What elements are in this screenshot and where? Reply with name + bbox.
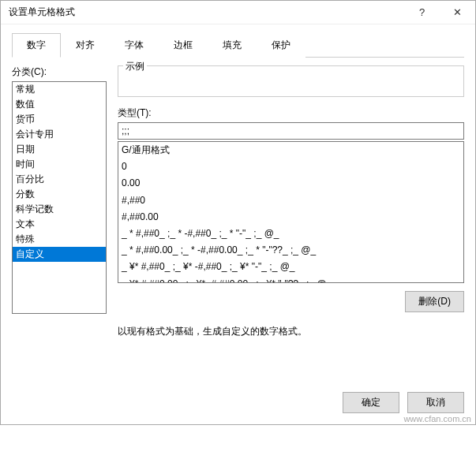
category-listbox[interactable]: 常规数值货币会计专用日期时间百分比分数科学记数文本特殊自定义 — [12, 81, 107, 314]
tab-label: 填充 — [223, 39, 242, 50]
type-listbox[interactable]: G/通用格式00.00#,##0#,##0.00_ * #,##0_ ;_ * … — [118, 141, 464, 283]
type-item[interactable]: _ * #,##0_ ;_ * -#,##0_ ;_ * "-"_ ;_ @_ — [118, 226, 463, 242]
dialog-window: 设置单元格格式 ? ✕ 数字 对齐 字体 边框 填充 保护 分类(C): 常规数… — [0, 0, 476, 425]
tab-strip: 数字 对齐 字体 边框 填充 保护 — [12, 32, 464, 58]
tab-label: 保护 — [272, 39, 290, 50]
button-label: 删除(D) — [418, 296, 451, 307]
delete-row: 删除(D) — [118, 291, 464, 312]
type-item[interactable]: #,##0.00 — [118, 209, 463, 226]
category-item[interactable]: 文本 — [13, 217, 106, 232]
dialog-footer: 确定 取消 — [12, 392, 464, 413]
help-button[interactable]: ? — [404, 1, 440, 24]
type-input[interactable] — [118, 122, 464, 140]
type-item[interactable]: G/通用格式 — [118, 142, 463, 159]
sample-label: 示例 — [123, 60, 147, 73]
tab-protection[interactable]: 保护 — [257, 33, 305, 58]
category-item[interactable]: 会计专用 — [13, 127, 106, 142]
tab-number[interactable]: 数字 — [12, 33, 61, 58]
type-item[interactable]: _ ¥* #,##0.00_ ;_ ¥* -#,##0.00_ ;_ ¥* "-… — [118, 276, 463, 284]
help-text: 以现有格式为基础，生成自定义的数字格式。 — [118, 325, 464, 338]
tab-label: 数字 — [27, 39, 46, 50]
category-item[interactable]: 日期 — [13, 142, 106, 157]
window-title: 设置单元格格式 — [9, 6, 75, 19]
type-item[interactable]: 0 — [118, 159, 463, 175]
cancel-button[interactable]: 取消 — [407, 392, 464, 413]
tab-font[interactable]: 字体 — [110, 33, 159, 58]
category-item[interactable]: 自定义 — [13, 247, 106, 262]
category-item[interactable]: 科学记数 — [13, 202, 106, 217]
type-item[interactable]: #,##0 — [118, 192, 463, 209]
type-label: 类型(T): — [118, 106, 464, 120]
tab-fill[interactable]: 填充 — [208, 33, 257, 58]
type-item[interactable]: 0.00 — [118, 175, 463, 192]
sample-box: 示例 — [118, 65, 464, 97]
category-item[interactable]: 时间 — [13, 157, 106, 172]
delete-button[interactable]: 删除(D) — [405, 291, 464, 312]
category-item[interactable]: 特殊 — [13, 232, 106, 247]
tab-label: 对齐 — [76, 39, 95, 50]
category-item[interactable]: 数值 — [13, 97, 106, 112]
type-item[interactable]: _ * #,##0.00_ ;_ * -#,##0.00_ ;_ * "-"??… — [118, 242, 463, 259]
category-item[interactable]: 货币 — [13, 112, 106, 127]
window-buttons: ? ✕ — [404, 1, 475, 24]
dialog-content: 数字 对齐 字体 边框 填充 保护 分类(C): 常规数值货币会计专用日期时间百… — [1, 24, 475, 424]
category-item[interactable]: 分数 — [13, 187, 106, 202]
category-item[interactable]: 常规 — [13, 82, 106, 97]
titlebar: 设置单元格格式 ? ✕ — [1, 1, 475, 24]
tab-border[interactable]: 边框 — [159, 33, 208, 58]
type-item[interactable]: _ ¥* #,##0_ ;_ ¥* -#,##0_ ;_ ¥* "-"_ ;_ … — [118, 259, 463, 275]
detail-column: 示例 类型(T): G/通用格式00.00#,##0#,##0.00_ * #,… — [118, 65, 464, 370]
close-button[interactable]: ✕ — [440, 1, 475, 24]
tab-alignment[interactable]: 对齐 — [61, 33, 110, 58]
tab-label: 字体 — [125, 39, 144, 50]
tab-label: 边框 — [174, 39, 193, 50]
category-item[interactable]: 百分比 — [13, 172, 106, 187]
ok-button[interactable]: 确定 — [343, 392, 399, 413]
main-area: 分类(C): 常规数值货币会计专用日期时间百分比分数科学记数文本特殊自定义 示例… — [12, 65, 464, 370]
button-label: 取消 — [426, 397, 445, 408]
category-column: 分类(C): 常规数值货币会计专用日期时间百分比分数科学记数文本特殊自定义 — [12, 65, 107, 370]
category-label: 分类(C): — [12, 65, 107, 79]
button-label: 确定 — [362, 397, 380, 408]
